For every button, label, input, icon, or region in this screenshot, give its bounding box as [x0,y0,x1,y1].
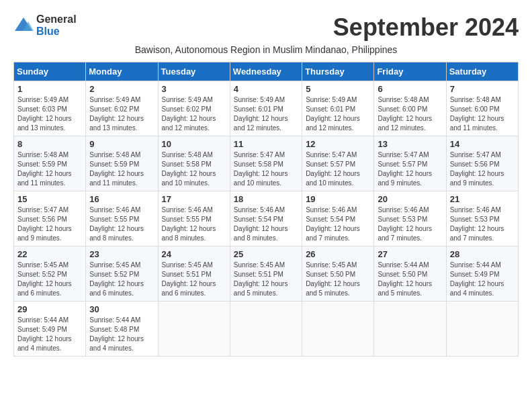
calendar-week-row: 8 Sunrise: 5:48 AM Sunset: 5:59 PM Dayli… [14,136,519,191]
daylight-label: Daylight: 12 hours and 5 minutes. [306,280,360,297]
sunset-label: Sunset: 5:59 PM [17,161,67,168]
calendar-cell: 8 Sunrise: 5:48 AM Sunset: 5:59 PM Dayli… [14,136,86,191]
sunset-label: Sunset: 5:54 PM [234,216,283,223]
calendar-cell: 19 Sunrise: 5:46 AM Sunset: 5:54 PM Dayl… [302,191,374,246]
page-header: General Blue September 2024 [13,13,519,42]
sunset-label: Sunset: 6:01 PM [306,105,355,113]
day-number: 19 [306,194,370,204]
sunset-label: Sunset: 5:53 PM [450,216,500,223]
daylight-label: Daylight: 12 hours and 7 minutes. [450,225,504,242]
day-number: 24 [162,249,226,259]
day-number: 3 [162,84,226,94]
logo-blue: Blue [36,26,60,37]
logo-icon [13,16,34,35]
daylight-label: Daylight: 12 hours and 9 minutes. [378,170,432,187]
daylight-label: Daylight: 12 hours and 6 minutes. [17,280,72,297]
day-number: 25 [234,249,298,259]
day-number: 1 [17,84,82,94]
sunrise-label: Sunrise: 5:45 AM [306,261,357,269]
sunset-label: Sunset: 5:49 PM [17,326,67,333]
day-info: Sunrise: 5:48 AM Sunset: 6:00 PM Dayligh… [378,95,442,133]
daylight-label: Daylight: 12 hours and 12 minutes. [162,115,216,132]
daylight-label: Daylight: 12 hours and 9 minutes. [450,170,504,187]
day-info: Sunrise: 5:49 AM Sunset: 6:03 PM Dayligh… [17,95,82,133]
daylight-label: Daylight: 12 hours and 8 minutes. [89,225,144,242]
day-header-monday: Monday [86,62,158,81]
sunrise-label: Sunrise: 5:47 AM [450,151,501,158]
calendar-cell: 29 Sunrise: 5:44 AM Sunset: 5:49 PM Dayl… [14,302,86,357]
day-number: 5 [306,84,370,94]
daylight-label: Daylight: 12 hours and 6 minutes. [89,280,144,297]
sunrise-label: Sunrise: 5:45 AM [162,261,213,269]
daylight-label: Daylight: 12 hours and 9 minutes. [17,225,72,242]
sunset-label: Sunset: 5:58 PM [234,161,283,168]
sunrise-label: Sunrise: 5:49 AM [162,96,213,103]
day-info: Sunrise: 5:48 AM Sunset: 6:00 PM Dayligh… [450,95,515,133]
calendar-cell: 22 Sunrise: 5:45 AM Sunset: 5:52 PM Dayl… [14,246,86,302]
day-info: Sunrise: 5:45 AM Sunset: 5:51 PM Dayligh… [162,261,226,298]
day-number: 23 [89,249,154,259]
calendar-cell: 7 Sunrise: 5:48 AM Sunset: 6:00 PM Dayli… [446,81,518,136]
calendar-table: SundayMondayTuesdayWednesdayThursdayFrid… [13,62,519,357]
calendar-cell [158,302,230,357]
sunrise-label: Sunrise: 5:48 AM [17,151,69,158]
daylight-label: Daylight: 12 hours and 10 minutes. [234,170,288,187]
sunrise-label: Sunrise: 5:45 AM [89,261,140,269]
daylight-label: Daylight: 12 hours and 7 minutes. [306,225,360,242]
calendar-cell: 26 Sunrise: 5:45 AM Sunset: 5:50 PM Dayl… [302,246,374,302]
calendar-cell: 9 Sunrise: 5:48 AM Sunset: 5:59 PM Dayli… [86,136,158,191]
day-number: 10 [162,139,226,149]
day-number: 17 [162,194,226,204]
sunrise-label: Sunrise: 5:45 AM [234,261,285,269]
sunset-label: Sunset: 5:50 PM [378,271,427,278]
day-info: Sunrise: 5:48 AM Sunset: 5:59 PM Dayligh… [89,150,154,188]
calendar-cell: 27 Sunrise: 5:44 AM Sunset: 5:50 PM Dayl… [374,246,446,302]
daylight-label: Daylight: 12 hours and 8 minutes. [162,225,216,242]
day-info: Sunrise: 5:44 AM Sunset: 5:49 PM Dayligh… [450,261,515,298]
day-number: 4 [234,84,298,94]
daylight-label: Daylight: 12 hours and 12 minutes. [378,115,432,132]
sunset-label: Sunset: 5:56 PM [17,216,67,223]
day-number: 21 [450,194,515,204]
sunrise-label: Sunrise: 5:47 AM [234,151,285,158]
calendar-cell: 4 Sunrise: 5:49 AM Sunset: 6:01 PM Dayli… [230,81,302,136]
calendar-cell: 1 Sunrise: 5:49 AM Sunset: 6:03 PM Dayli… [14,81,86,136]
day-header-sunday: Sunday [14,62,86,81]
sunset-label: Sunset: 6:01 PM [234,105,283,113]
calendar-cell: 24 Sunrise: 5:45 AM Sunset: 5:51 PM Dayl… [158,246,230,302]
day-number: 18 [234,194,298,204]
daylight-label: Daylight: 12 hours and 12 minutes. [306,115,360,132]
day-info: Sunrise: 5:46 AM Sunset: 5:55 PM Dayligh… [162,205,226,243]
day-info: Sunrise: 5:47 AM Sunset: 5:57 PM Dayligh… [378,150,442,188]
sunrise-label: Sunrise: 5:48 AM [378,96,429,103]
daylight-label: Daylight: 12 hours and 11 minutes. [89,170,144,187]
sunset-label: Sunset: 6:03 PM [17,105,67,113]
sunset-label: Sunset: 5:55 PM [89,216,139,223]
day-info: Sunrise: 5:44 AM Sunset: 5:49 PM Dayligh… [17,316,82,353]
calendar-week-row: 1 Sunrise: 5:49 AM Sunset: 6:03 PM Dayli… [14,81,519,136]
day-number: 28 [450,249,515,259]
calendar-week-row: 22 Sunrise: 5:45 AM Sunset: 5:52 PM Dayl… [14,246,519,302]
day-info: Sunrise: 5:45 AM Sunset: 5:52 PM Dayligh… [89,261,154,298]
daylight-label: Daylight: 12 hours and 13 minutes. [89,115,144,132]
sunset-label: Sunset: 6:00 PM [450,105,500,113]
day-info: Sunrise: 5:49 AM Sunset: 6:01 PM Dayligh… [306,95,370,133]
day-info: Sunrise: 5:44 AM Sunset: 5:48 PM Dayligh… [89,316,154,353]
calendar-cell: 5 Sunrise: 5:49 AM Sunset: 6:01 PM Dayli… [302,81,374,136]
daylight-label: Daylight: 12 hours and 4 minutes. [17,335,72,352]
sunrise-label: Sunrise: 5:48 AM [450,96,501,103]
calendar-cell: 12 Sunrise: 5:47 AM Sunset: 5:57 PM Dayl… [302,136,374,191]
daylight-label: Daylight: 12 hours and 13 minutes. [17,115,72,132]
day-header-friday: Friday [374,62,446,81]
day-number: 27 [378,249,442,259]
day-info: Sunrise: 5:45 AM Sunset: 5:51 PM Dayligh… [234,261,298,298]
day-header-saturday: Saturday [446,62,518,81]
calendar-cell: 23 Sunrise: 5:45 AM Sunset: 5:52 PM Dayl… [86,246,158,302]
daylight-label: Daylight: 12 hours and 10 minutes. [162,170,216,187]
day-number: 7 [450,84,515,94]
sunrise-label: Sunrise: 5:46 AM [450,206,501,214]
sunset-label: Sunset: 5:54 PM [306,216,355,223]
sunrise-label: Sunrise: 5:46 AM [306,206,357,214]
day-info: Sunrise: 5:47 AM Sunset: 5:56 PM Dayligh… [17,205,82,243]
logo-text: General Blue [36,13,77,38]
